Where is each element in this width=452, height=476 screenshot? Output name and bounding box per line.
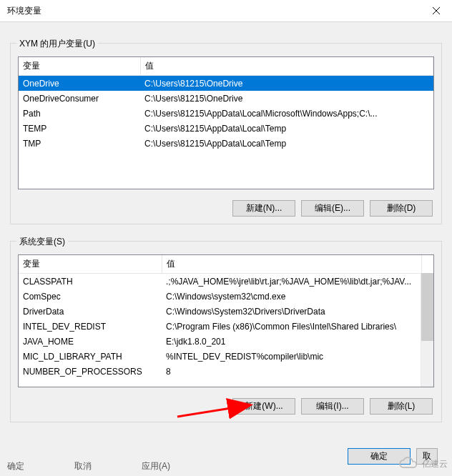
cell-val: %INTEL_DEV_REDIST%compiler\lib\mic (162, 349, 433, 364)
cell-var: TMP (19, 136, 140, 151)
user-vars-table-container: 变量 值 OneDrive C:\Users\81215\OneDrive On… (18, 56, 434, 189)
cell-val: C:\Windows\system32\cmd.exe (162, 289, 433, 304)
table-row[interactable]: TEMP C:\Users\81215\AppData\Local\Temp (19, 121, 433, 136)
svg-line-2 (177, 405, 249, 417)
user-delete-button[interactable]: 删除(D) (370, 200, 433, 217)
system-delete-button[interactable]: 删除(L) (370, 398, 433, 415)
system-vars-group: 系统变量(S) 变量 值 CLASSPATH .;%JAVA_HOME%\jre… (10, 241, 442, 422)
cell-var: MIC_LD_LIBRARY_PATH (19, 349, 162, 364)
table-row[interactable]: Path C:\Users\81215\AppData\Local\Micros… (19, 106, 433, 121)
table-row[interactable]: INTEL_DEV_REDIST C:\Program Files (x86)\… (19, 319, 433, 334)
cell-val: C:\Users\81215\OneDrive (140, 91, 433, 106)
parent-cancel: 取消 (74, 460, 92, 476)
sys-col-val[interactable]: 值 (162, 255, 421, 274)
table-row[interactable]: ComSpec C:\Windows\system32\cmd.exe (19, 289, 433, 304)
table-row[interactable]: OneDrive C:\Users\81215\OneDrive (19, 76, 433, 91)
cell-var: Path (19, 106, 140, 121)
parent-apply: 应用(A) (142, 460, 170, 476)
cell-val: 8 (162, 364, 433, 379)
cell-var: DriverData (19, 304, 162, 319)
cell-var: OneDriveConsumer (19, 91, 140, 106)
table-row[interactable]: TMP C:\Users\81215\AppData\Local\Temp (19, 136, 433, 151)
cell-var: CLASSPATH (19, 274, 162, 289)
user-col-var[interactable]: 变量 (19, 57, 140, 76)
cell-val: C:\Users\81215\OneDrive (140, 76, 433, 91)
dialog-title: 环境变量 (7, 5, 41, 17)
cloud-icon (396, 456, 421, 472)
system-vars-table-container: 变量 值 CLASSPATH .;%JAVA_HOME%\jre\lib\rt.… (18, 254, 434, 387)
table-row[interactable]: DriverData C:\Windows\System32\Drivers\D… (19, 304, 433, 319)
cell-var: INTEL_DEV_REDIST (19, 319, 162, 334)
user-new-button[interactable]: 新建(N)... (232, 200, 295, 217)
cell-val: .;%JAVA_HOME%\jre\lib\rt.jar;%JAVA_HOME%… (162, 274, 433, 289)
table-row[interactable]: NUMBER_OF_PROCESSORS 8 (19, 364, 433, 379)
cell-val: C:\Program Files (x86)\Common Files\Inte… (162, 319, 433, 334)
parent-dialog-buttons: 确定 取消 应用(A) (7, 460, 170, 476)
system-vars-scrollbar[interactable] (421, 273, 433, 387)
user-vars-group: XYM 的用户变量(U) 变量 值 OneDrive C:\Users\8121… (10, 43, 442, 224)
cell-var: NUMBER_OF_PROCESSORS (19, 364, 162, 379)
cell-val: C:\Windows\System32\Drivers\DriverData (162, 304, 433, 319)
scrollbar-thumb[interactable] (421, 273, 433, 341)
annotation-arrow-icon (174, 397, 260, 420)
cell-val: E:\jdk1.8.0_201 (162, 334, 433, 349)
table-row[interactable]: CLASSPATH .;%JAVA_HOME%\jre\lib\rt.jar;%… (19, 274, 433, 289)
cell-var: JAVA_HOME (19, 334, 162, 349)
parent-ok: 确定 (7, 460, 24, 476)
user-vars-table[interactable]: 变量 值 OneDrive C:\Users\81215\OneDrive On… (19, 57, 433, 151)
user-vars-buttons: 新建(N)... 编辑(E)... 删除(D) (232, 200, 433, 217)
watermark-text: 亿速云 (422, 458, 448, 470)
cell-var: ComSpec (19, 289, 162, 304)
cell-val: C:\Users\81215\AppData\Local\Microsoft\W… (140, 106, 433, 121)
cell-var: OneDrive (19, 76, 140, 91)
system-edit-button[interactable]: 编辑(I)... (301, 398, 364, 415)
table-row[interactable]: JAVA_HOME E:\jdk1.8.0_201 (19, 334, 433, 349)
cell-val: C:\Users\81215\AppData\Local\Temp (140, 136, 433, 151)
close-button[interactable] (420, 0, 452, 21)
close-icon (433, 7, 440, 14)
user-vars-label: XYM 的用户变量(U) (16, 38, 98, 50)
watermark: 亿速云 (396, 456, 448, 472)
sys-col-var[interactable]: 变量 (19, 255, 162, 274)
cell-val: C:\Users\81215\AppData\Local\Temp (140, 121, 433, 136)
user-edit-button[interactable]: 编辑(E)... (301, 200, 364, 217)
table-row[interactable]: MIC_LD_LIBRARY_PATH %INTEL_DEV_REDIST%co… (19, 349, 433, 364)
sys-col-scroll (421, 255, 433, 274)
system-vars-buttons: 新建(W)... 编辑(I)... 删除(L) (232, 398, 433, 415)
cell-var: TEMP (19, 121, 140, 136)
env-vars-dialog: 环境变量 XYM 的用户变量(U) 变量 值 OneDrive C:\Users (0, 0, 452, 476)
titlebar: 环境变量 (0, 0, 452, 22)
user-col-val[interactable]: 值 (140, 57, 433, 76)
table-row[interactable]: OneDriveConsumer C:\Users\81215\OneDrive (19, 91, 433, 106)
system-vars-table[interactable]: 变量 值 CLASSPATH .;%JAVA_HOME%\jre\lib\rt.… (19, 255, 433, 379)
system-vars-label: 系统变量(S) (16, 236, 68, 248)
